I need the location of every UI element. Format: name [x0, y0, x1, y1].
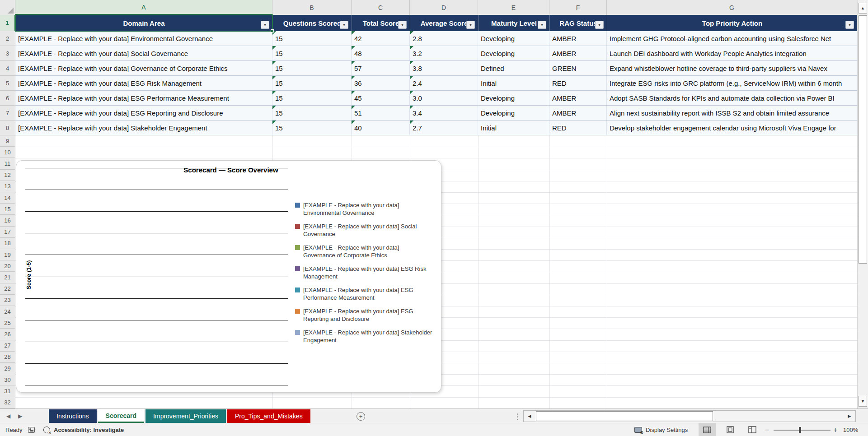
zoom-level[interactable]: 100%	[843, 423, 858, 436]
cell-action[interactable]: Adopt SASB Standards for KPIs and automa…	[607, 91, 857, 105]
error-indicator-icon	[410, 91, 413, 94]
cell-action[interactable]: Align next sustainability report with IS…	[607, 106, 857, 120]
cell-rag[interactable]: AMBER	[549, 31, 607, 46]
table-header-questions-scored[interactable]: Questions Scored▾	[272, 15, 352, 31]
cell-total[interactable]: 42	[352, 31, 410, 46]
error-indicator-icon	[410, 76, 413, 79]
zoom-in-button[interactable]: +	[833, 423, 837, 436]
legend-label: [EXAMPLE - Replace with your data] ESG R…	[303, 307, 432, 323]
table-header-maturity-level[interactable]: Maturity Level▾	[478, 15, 549, 31]
cell-total[interactable]: 40	[352, 121, 410, 135]
table-header-domain-area[interactable]: Domain Area▾	[15, 15, 272, 31]
cell-total[interactable]: 48	[352, 46, 410, 60]
cell-domain[interactable]: [EXAMPLE - Replace with your data] ESG R…	[15, 106, 272, 120]
cell-domain[interactable]: [EXAMPLE - Replace with your data] Socia…	[15, 46, 272, 60]
cell-action[interactable]: Develop stakeholder engagement calendar …	[607, 121, 857, 135]
scroll-down-button[interactable]: ▼	[859, 396, 867, 407]
sheet-tab-pro-tips-and-mistakes[interactable]: Pro_Tips_and_Mistakes	[227, 409, 310, 423]
sheet-nav-left[interactable]: ◀	[6, 413, 10, 419]
tab-splitter-handle[interactable]	[517, 413, 518, 420]
table-header-average-score[interactable]: Average Score▾	[410, 15, 478, 31]
cell-rag[interactable]: AMBER	[549, 91, 607, 105]
accessibility-checker[interactable]: Accessibility: Investigate	[43, 423, 124, 436]
cell-avg[interactable]: 3.4	[410, 106, 478, 120]
zoom-slider-track[interactable]	[774, 430, 830, 431]
cell-questions[interactable]: 15	[272, 61, 352, 75]
sheet-tab-improvement-priorities[interactable]: Improvement_Priorities	[145, 409, 226, 423]
cell-maturity[interactable]: Defined	[478, 61, 549, 75]
cell-rag[interactable]: RED	[549, 121, 607, 135]
scroll-up-button[interactable]: ▲	[859, 3, 867, 14]
filter-button[interactable]: ▾	[398, 21, 407, 29]
cell-avg[interactable]: 3.0	[410, 91, 478, 105]
filter-button[interactable]: ▾	[595, 21, 604, 29]
view-normal-button[interactable]	[699, 423, 716, 436]
cell-maturity[interactable]: Initial	[478, 121, 549, 135]
vertical-scrollbar-thumb[interactable]	[859, 15, 867, 264]
view-page-break-button[interactable]	[744, 423, 761, 436]
cell-maturity[interactable]: Developing	[478, 46, 549, 60]
cell-total[interactable]: 36	[352, 76, 410, 90]
sheet-tab-instructions[interactable]: Instructions	[49, 409, 97, 423]
fill-handle[interactable]	[271, 29, 274, 32]
filter-button[interactable]: ▾	[466, 21, 475, 29]
chart-gridline	[25, 342, 288, 342]
scroll-left-button[interactable]: ◀	[525, 411, 535, 421]
zoom-slider-thumb[interactable]	[799, 427, 801, 433]
embedded-bar-chart[interactable]: Scorecard — Score OverviewScore (1-5)[EX…	[16, 160, 441, 393]
cell-total[interactable]: 57	[352, 61, 410, 75]
cell-rag[interactable]: GREEN	[549, 61, 607, 75]
cell-action[interactable]: Implement GHG Protocol-aligned carbon ac…	[607, 31, 857, 46]
scroll-right-button[interactable]: ▶	[845, 411, 854, 421]
cell-questions[interactable]: 15	[272, 31, 352, 46]
vertical-scrollbar[interactable]: ▲ ▼	[857, 0, 868, 408]
filter-button[interactable]: ▾	[340, 21, 348, 29]
cell-maturity[interactable]: Developing	[478, 91, 549, 105]
sheet-nav-right[interactable]: ▶	[18, 413, 22, 419]
legend-item: [EXAMPLE - Replace with your data] ESG P…	[295, 286, 432, 301]
macro-record-button[interactable]	[28, 423, 35, 436]
table-header-label: Maturity Level	[491, 19, 537, 27]
cell-rag[interactable]: AMBER	[549, 106, 607, 120]
cell-action[interactable]: Integrate ESG risks into GRC platform (e…	[607, 76, 857, 90]
table-header-total-score[interactable]: Total Score▾	[352, 15, 410, 31]
horizontal-scrollbar-thumb[interactable]	[536, 411, 713, 421]
cell-domain[interactable]: [EXAMPLE - Replace with your data] Envir…	[15, 31, 272, 46]
cell-domain[interactable]: [EXAMPLE - Replace with your data] ESG P…	[15, 91, 272, 105]
cell-avg[interactable]: 2.4	[410, 76, 478, 90]
cell-avg[interactable]: 2.8	[410, 31, 478, 46]
cell-domain[interactable]: [EXAMPLE - Replace with your data] Stake…	[15, 121, 272, 135]
cell-avg[interactable]: 2.7	[410, 121, 478, 135]
table-row: [EXAMPLE - Replace with your data] ESG R…	[15, 106, 857, 121]
cell-avg[interactable]: 3.2	[410, 46, 478, 60]
cell-total[interactable]: 51	[352, 106, 410, 120]
cell-action[interactable]: Launch DEI dashboard with Workday People…	[607, 46, 857, 60]
cell-maturity[interactable]: Initial	[478, 76, 549, 90]
cell-maturity[interactable]: Developing	[478, 106, 549, 120]
view-page-layout-button[interactable]	[722, 423, 739, 436]
filter-button[interactable]: ▾	[845, 21, 854, 29]
zoom-out-button[interactable]: −	[765, 423, 769, 436]
cell-questions[interactable]: 15	[272, 91, 352, 105]
cell-questions[interactable]: 15	[272, 46, 352, 60]
new-sheet-button[interactable]: +	[357, 412, 365, 421]
cell-domain[interactable]: [EXAMPLE - Replace with your data] ESG R…	[15, 76, 272, 90]
cell-questions[interactable]: 15	[272, 121, 352, 135]
table-header-top-priority-action[interactable]: Top Priority Action▾	[607, 15, 857, 31]
cell-rag[interactable]: AMBER	[549, 46, 607, 60]
sheet-tab-scorecard[interactable]: Scorecard	[98, 409, 144, 423]
cell-questions[interactable]: 15	[272, 106, 352, 120]
cell-avg[interactable]: 3.8	[410, 61, 478, 75]
filter-button[interactable]: ▾	[538, 21, 546, 29]
horizontal-scrollbar[interactable]: ◀ ▶	[523, 410, 856, 422]
table-row: [EXAMPLE - Replace with your data] Gover…	[15, 61, 857, 76]
display-settings-button[interactable]: Display Settings	[634, 423, 688, 436]
cell-domain[interactable]: [EXAMPLE - Replace with your data] Gover…	[15, 61, 272, 75]
table-header-rag-status[interactable]: RAG Status▾	[549, 15, 607, 31]
cell-total[interactable]: 45	[352, 91, 410, 105]
cell-rag[interactable]: RED	[549, 76, 607, 90]
cell-maturity[interactable]: Developing	[478, 31, 549, 46]
filter-button[interactable]: ▾	[261, 21, 269, 29]
cell-questions[interactable]: 15	[272, 76, 352, 90]
cell-action[interactable]: Expand whistleblower hotline coverage to…	[607, 61, 857, 75]
